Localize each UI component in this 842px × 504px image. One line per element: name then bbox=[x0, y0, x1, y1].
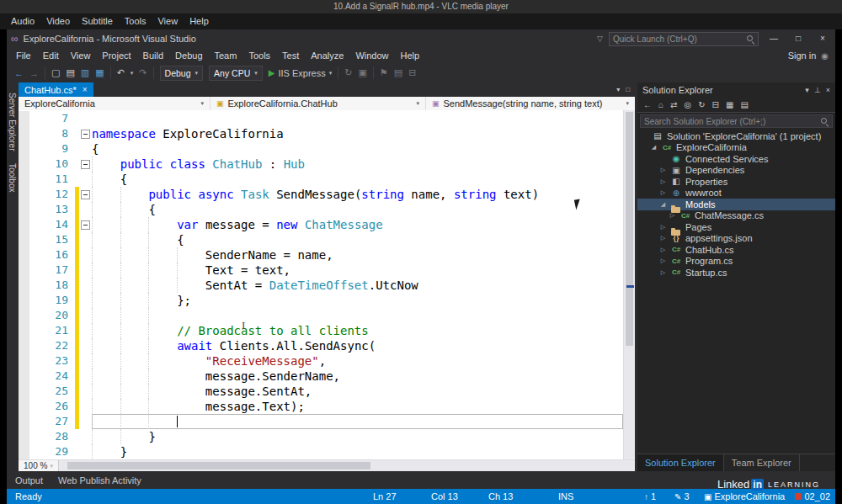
breakpoint-margin[interactable] bbox=[19, 338, 29, 353]
tab-web-publish-activity[interactable]: Web Publish Activity bbox=[58, 475, 141, 485]
preview-selected-icon[interactable]: ▤ bbox=[740, 100, 748, 109]
save-icon[interactable]: ▥ bbox=[81, 67, 89, 78]
tree-item-startup-cs[interactable]: ▷C#Startup.cs bbox=[637, 267, 835, 279]
menu-team[interactable]: Team bbox=[209, 48, 243, 63]
breakpoint-margin[interactable] bbox=[19, 384, 29, 399]
vertical-scrollbar[interactable] bbox=[623, 110, 635, 459]
pin-icon[interactable]: ⊥ bbox=[814, 86, 821, 94]
chevron-expanded-icon[interactable]: ◢ bbox=[659, 201, 667, 208]
chevron-expanded-icon[interactable]: ◢ bbox=[650, 144, 658, 151]
tab-server-explorer[interactable]: Server Explorer bbox=[8, 93, 17, 151]
pending-changes-filter-icon[interactable]: ◎ bbox=[684, 100, 691, 109]
breakpoint-margin[interactable] bbox=[19, 187, 29, 202]
tree-item-properties[interactable]: ▷◧Properties bbox=[637, 176, 835, 188]
undo-icon[interactable]: ↶ bbox=[117, 67, 125, 78]
code-line-28[interactable]: 28 } bbox=[19, 429, 623, 444]
tree-item-chathub-cs[interactable]: ▷C#ChatHub.cs bbox=[637, 244, 835, 256]
git-pending-changes[interactable]: ✎3 bbox=[674, 489, 690, 504]
maximize-button[interactable]: □ bbox=[789, 29, 807, 48]
code-line-26[interactable]: 26 message.Text); bbox=[19, 399, 623, 414]
back-icon[interactable]: ← bbox=[643, 100, 652, 109]
solution-explorer-search[interactable]: Search Solution Explorer (Ctrl+;) bbox=[640, 114, 833, 128]
new-project-icon[interactable]: ▢ bbox=[51, 67, 60, 78]
type-dropdown[interactable]: ▣ ExploreCalifornia.ChatHub ▾ bbox=[210, 97, 426, 110]
code-area[interactable]: 78namespace ExploreCalifornia9{10 public… bbox=[19, 110, 623, 460]
code-line-12[interactable]: 12 public async Task SendMessage(string … bbox=[19, 187, 623, 202]
tree-item-connected-services[interactable]: ◉Connected Services bbox=[637, 153, 835, 165]
menu-tools[interactable]: Tools bbox=[242, 48, 276, 63]
tree-item-wwwroot[interactable]: ▷⊕wwwroot bbox=[637, 188, 835, 199]
navigate-backward-icon[interactable]: ← bbox=[14, 68, 24, 78]
tab-solution-explorer[interactable]: Solution Explorer bbox=[637, 454, 724, 471]
breakpoint-margin[interactable] bbox=[19, 278, 29, 293]
menu-view[interactable]: View bbox=[65, 48, 97, 63]
bookmark-icon[interactable]: ⚑ bbox=[380, 67, 388, 78]
code-line-29[interactable]: 29 } bbox=[19, 444, 623, 459]
vlc-titlebar[interactable]: 10.Add a SignalR hub.mp4 - VLC media pla… bbox=[0, 0, 842, 13]
vlc-menu-subtitle[interactable]: Subtitle bbox=[76, 13, 119, 29]
chevron-collapsed-icon[interactable]: ▷ bbox=[659, 224, 667, 231]
breakpoint-margin[interactable] bbox=[19, 353, 29, 369]
code-line-25[interactable]: 25 message.SentAt, bbox=[19, 384, 623, 399]
member-dropdown[interactable]: ▣ SendMessage(string name, string text) … bbox=[426, 97, 635, 110]
tree-item-dependencies[interactable]: ▷▣Dependencies bbox=[637, 165, 835, 177]
code-line-9[interactable]: 9{ bbox=[19, 141, 623, 157]
fold-collapse-icon[interactable] bbox=[79, 217, 92, 232]
minimize-button[interactable]: — bbox=[765, 29, 783, 48]
menu-help[interactable]: Help bbox=[395, 48, 426, 63]
chevron-down-icon[interactable]: ▾ bbox=[805, 86, 809, 94]
menu-build[interactable]: Build bbox=[137, 48, 169, 63]
tree-item-program-cs[interactable]: ▷C#Program.cs bbox=[637, 256, 835, 268]
code-line-24[interactable]: 24 message.SenderName, bbox=[19, 369, 623, 384]
breakpoint-margin[interactable] bbox=[19, 323, 29, 338]
horizontal-scrollbar-thumb[interactable] bbox=[67, 462, 370, 470]
tab-toolbox[interactable]: Toolbox bbox=[8, 163, 17, 192]
platform-combo[interactable]: Any CPU ▾ bbox=[209, 66, 263, 81]
user-avatar-icon[interactable]: ◉ bbox=[821, 51, 829, 61]
breakpoint-margin[interactable] bbox=[19, 414, 29, 429]
sign-in-link[interactable]: Sign in bbox=[788, 50, 817, 61]
menu-edit[interactable]: Edit bbox=[37, 48, 65, 63]
indent-icon[interactable]: ⊟ bbox=[408, 67, 416, 78]
vlc-menu-view[interactable]: View bbox=[152, 13, 184, 29]
breakpoint-margin[interactable] bbox=[19, 369, 29, 384]
chevron-collapsed-icon[interactable]: ▷ bbox=[659, 178, 667, 185]
vlc-menu-help[interactable]: Help bbox=[184, 13, 215, 29]
hot-reload-icon[interactable]: ↻ bbox=[344, 67, 352, 78]
breakpoint-margin[interactable] bbox=[19, 247, 29, 263]
collapse-all-icon[interactable]: ⊟ bbox=[712, 100, 719, 109]
zoom-combo[interactable]: 100 % ▾ bbox=[19, 460, 59, 471]
code-line-10[interactable]: 10 public class ChatHub : Hub bbox=[19, 157, 623, 172]
tab-chathub-cs[interactable]: ChatHub.cs* × bbox=[19, 82, 93, 97]
code-line-7[interactable]: 7 bbox=[19, 111, 623, 126]
code-line-13[interactable]: 13 { bbox=[19, 202, 623, 217]
breakpoint-margin[interactable] bbox=[19, 444, 29, 459]
code-line-23[interactable]: 23 "ReceiveMessage", bbox=[19, 353, 623, 369]
tab-team-explorer[interactable]: Team Explorer bbox=[724, 454, 800, 471]
menu-debug[interactable]: Debug bbox=[169, 48, 208, 63]
code-line-15[interactable]: 15 { bbox=[19, 232, 623, 247]
open-file-icon[interactable]: ▤ bbox=[66, 67, 74, 78]
chevron-collapsed-icon[interactable]: ▷ bbox=[659, 167, 667, 173]
menu-test[interactable]: Test bbox=[276, 48, 305, 63]
code-line-8[interactable]: 8namespace ExploreCalifornia bbox=[19, 126, 623, 141]
chevron-collapsed-icon[interactable]: ▷ bbox=[669, 212, 676, 219]
close-icon[interactable]: × bbox=[826, 86, 830, 94]
code-line-21[interactable]: 21 // Broadcast to all clients bbox=[19, 323, 623, 338]
tab-output[interactable]: Output bbox=[15, 475, 43, 485]
breakpoint-margin[interactable] bbox=[19, 429, 29, 444]
vlc-menu-video[interactable]: Video bbox=[40, 13, 76, 29]
tree-item-explorecalifornia[interactable]: ◢C#ExploreCalifornia bbox=[637, 142, 835, 154]
vlc-menu-audio[interactable]: Audio bbox=[5, 13, 40, 29]
fold-collapse-icon[interactable] bbox=[79, 126, 92, 141]
save-all-icon[interactable]: ▦ bbox=[95, 67, 104, 78]
git-repository[interactable]: ▣ExploreCalifornia bbox=[704, 489, 785, 504]
breakpoint-margin[interactable] bbox=[19, 126, 29, 141]
code-line-20[interactable]: 20 bbox=[19, 308, 623, 323]
code-line-22[interactable]: 22 await Clients.All.SendAsync( bbox=[19, 338, 623, 353]
tree-item-models[interactable]: ◢Models bbox=[637, 199, 835, 210]
quick-launch-box[interactable]: Quick Launch (Ctrl+Q) bbox=[609, 32, 759, 46]
breakpoint-margin[interactable] bbox=[19, 232, 29, 247]
tree-item-chatmessage-cs[interactable]: ▷C#ChatMessage.cs bbox=[637, 210, 835, 222]
code-line-17[interactable]: 17 Text = text, bbox=[19, 263, 623, 278]
